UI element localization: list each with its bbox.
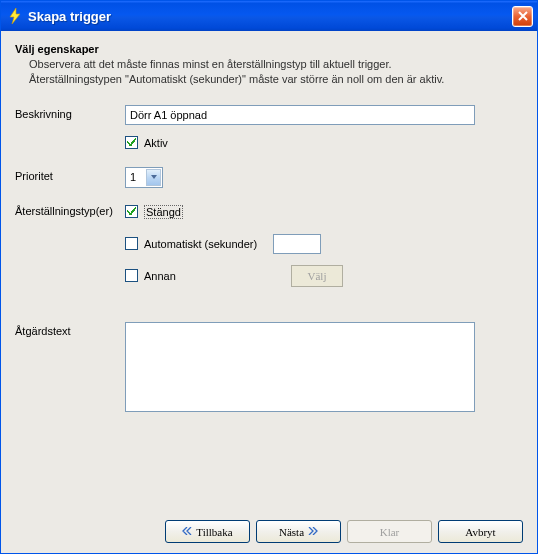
action-text-label: Åtgärdstext <box>15 322 125 337</box>
wizard-buttons: Tillbaka Nästa Klar Avbryt <box>15 512 523 543</box>
title-bar: Skapa trigger <box>1 1 537 31</box>
cancel-label: Avbryt <box>465 526 495 538</box>
back-button[interactable]: Tillbaka <box>165 520 250 543</box>
window-title: Skapa trigger <box>28 9 512 24</box>
chevron-left-icon <box>182 527 192 537</box>
header-section: Välj egenskaper Observera att det måste … <box>15 43 523 87</box>
app-icon <box>7 8 23 24</box>
auto-label: Automatiskt (sekunder) <box>144 238 257 250</box>
form-area: Beskrivning Aktiv Prioritet 1 <box>15 105 523 512</box>
finish-button: Klar <box>347 520 432 543</box>
auto-seconds-input[interactable] <box>273 234 321 254</box>
select-button[interactable]: Välj <box>291 265 343 287</box>
dialog-body: Välj egenskaper Observera att det måste … <box>1 31 537 553</box>
close-button[interactable] <box>512 6 533 27</box>
section-title: Välj egenskaper <box>15 43 523 55</box>
svg-marker-0 <box>10 8 20 24</box>
active-label: Aktiv <box>144 137 168 149</box>
other-label: Annan <box>144 270 257 282</box>
chevron-right-icon <box>308 527 318 537</box>
cancel-button[interactable]: Avbryt <box>438 520 523 543</box>
description-label: Beskrivning <box>15 105 125 120</box>
next-label: Nästa <box>279 526 304 538</box>
dialog-window: Skapa trigger Välj egenskaper Observera … <box>0 0 538 554</box>
dropdown-button[interactable] <box>146 169 161 186</box>
close-icon <box>518 11 528 21</box>
reset-types-label: Återställningstyp(er) <box>15 202 125 217</box>
auto-checkbox[interactable] <box>125 237 138 250</box>
chevron-down-icon <box>151 175 157 179</box>
closed-checkbox[interactable] <box>125 205 138 218</box>
priority-value: 1 <box>126 171 145 183</box>
other-checkbox[interactable] <box>125 269 138 282</box>
next-button[interactable]: Nästa <box>256 520 341 543</box>
finish-label: Klar <box>380 526 400 538</box>
priority-select[interactable]: 1 <box>125 167 163 188</box>
section-note-2: Återställningstypen "Automatiskt (sekund… <box>15 72 523 87</box>
closed-label: Stängd <box>144 206 183 218</box>
description-input[interactable] <box>125 105 475 125</box>
active-checkbox[interactable] <box>125 136 138 149</box>
section-note-1: Observera att det måste finnas minst en … <box>15 57 523 72</box>
back-label: Tillbaka <box>196 526 232 538</box>
action-text-input[interactable] <box>125 322 475 412</box>
priority-label: Prioritet <box>15 167 125 182</box>
